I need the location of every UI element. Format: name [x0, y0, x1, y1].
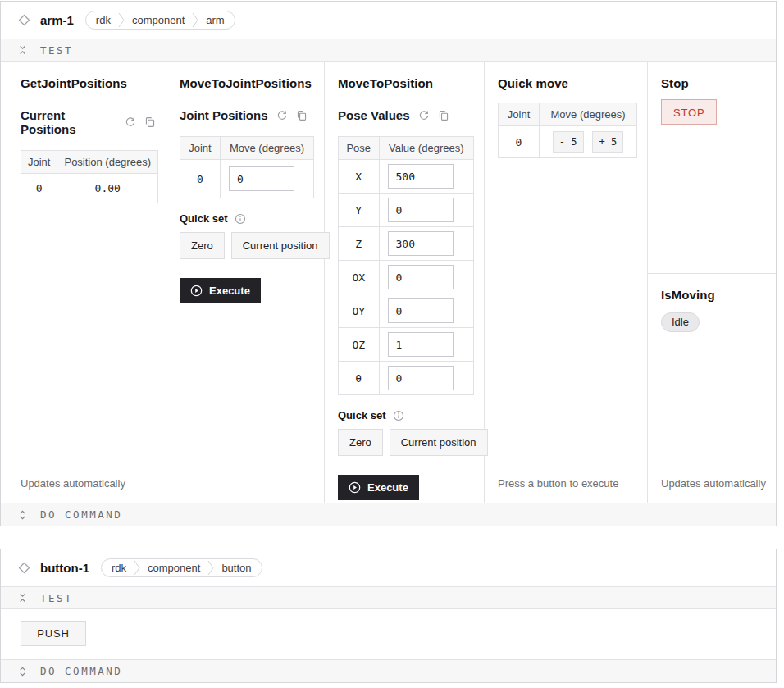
- panel-footer-note: Press a button to execute: [498, 477, 637, 490]
- pose-label: X: [339, 160, 380, 194]
- zero-button[interactable]: Zero: [180, 232, 225, 259]
- test-section-toggle[interactable]: TEST: [1, 586, 776, 609]
- move-minus-5-button[interactable]: - 5: [553, 131, 584, 153]
- pose-x-input[interactable]: [388, 164, 454, 189]
- breadcrumb-item: arm: [206, 14, 224, 26]
- status-badge: Idle: [661, 312, 700, 332]
- breadcrumb-item: rdk: [96, 14, 111, 26]
- panel-title: GetJointPositions: [21, 76, 156, 90]
- do-command-section-toggle[interactable]: DO COMMAND: [1, 659, 776, 682]
- do-command-section-label: DO COMMAND: [40, 508, 122, 521]
- quick-move-table: Joint Move (degrees) 0 - 5 + 5: [498, 103, 637, 158]
- test-section-toggle[interactable]: TEST: [1, 39, 776, 62]
- panel-title: IsMoving: [661, 288, 766, 302]
- breadcrumb-item: component: [148, 562, 200, 574]
- pose-ox-input[interactable]: [388, 265, 454, 289]
- refresh-icon[interactable]: [125, 116, 136, 128]
- quick-set-label: Quick set: [180, 212, 228, 225]
- panel-footer-note: Updates automatically: [21, 477, 156, 490]
- table-row: 0 - 5 + 5: [499, 126, 637, 158]
- panel-move-to-position: MoveToPosition Pose Values Pose Value (d…: [325, 62, 485, 503]
- pose-values-table: Pose Value (degrees) X Y Z OX OY: [338, 136, 474, 395]
- table-row: OY: [339, 294, 474, 328]
- joint-index: 0: [21, 174, 57, 203]
- table-header-joint: Joint: [180, 137, 221, 160]
- refresh-icon[interactable]: [276, 110, 288, 121]
- chevron-right-icon: [118, 11, 125, 29]
- pose-label: OY: [339, 294, 380, 328]
- move-plus-5-button[interactable]: + 5: [592, 131, 623, 153]
- play-circle-icon: [190, 285, 203, 297]
- table-header-pose: Pose: [339, 137, 380, 160]
- panel-stop-ismoving: Stop STOP IsMoving Idle Updates automati…: [648, 62, 776, 503]
- pose-label: Y: [339, 194, 380, 227]
- pose-theta-input[interactable]: [388, 366, 454, 390]
- joint-move-input[interactable]: [229, 166, 294, 191]
- test-section-label: TEST: [40, 592, 73, 604]
- info-icon: [235, 213, 246, 225]
- execute-button[interactable]: Execute: [338, 475, 419, 500]
- table-row: X: [339, 160, 474, 194]
- expand-vertical-icon: [17, 509, 28, 521]
- current-position-button[interactable]: Current position: [231, 232, 330, 259]
- panel-title: Stop: [661, 76, 766, 90]
- pose-label: Z: [339, 227, 380, 261]
- current-position-button[interactable]: Current position: [390, 429, 488, 456]
- page: arm-1 rdk component arm TEST GetJointPos…: [0, 0, 784, 688]
- panel-title: MoveToPosition: [338, 76, 474, 90]
- table-header-move: Move (degrees): [220, 137, 313, 160]
- panel-title: MoveToJointPositions: [180, 76, 314, 90]
- breadcrumb: rdk component arm: [85, 11, 235, 30]
- pose-oz-input[interactable]: [388, 332, 454, 357]
- subsection-title: Pose Values: [338, 108, 410, 122]
- button-component-card: button-1 rdk component button TEST PUSH …: [0, 549, 777, 683]
- execute-button[interactable]: Execute: [180, 278, 261, 303]
- table-header-move: Move (degrees): [540, 103, 637, 126]
- table-row: θ: [339, 362, 474, 395]
- chevron-right-icon: [207, 559, 214, 576]
- do-command-section-label: DO COMMAND: [40, 665, 122, 677]
- panel-get-joint-positions: GetJointPositions Current Positions Join…: [1, 62, 166, 503]
- current-positions-table: Joint Position (degrees) 0 0.00: [21, 150, 158, 203]
- zero-button[interactable]: Zero: [338, 429, 383, 456]
- play-circle-icon: [349, 481, 361, 494]
- component-diamond-icon: [17, 14, 30, 27]
- pose-label: OX: [339, 261, 380, 294]
- collapse-vertical-icon: [17, 44, 28, 56]
- component-diamond-icon: [17, 562, 30, 575]
- refresh-icon[interactable]: [418, 110, 430, 121]
- joint-position-value: 0.00: [57, 174, 158, 203]
- execute-button-label: Execute: [367, 481, 408, 494]
- test-section-label: TEST: [40, 44, 73, 57]
- table-row: OZ: [339, 328, 474, 362]
- pose-oy-input[interactable]: [388, 298, 454, 323]
- table-row: 0: [180, 160, 314, 198]
- push-button[interactable]: PUSH: [21, 621, 86, 646]
- pose-label: OZ: [339, 328, 380, 362]
- do-command-section-toggle[interactable]: DO COMMAND: [1, 503, 776, 526]
- is-moving-section: IsMoving Idle Updates automatically: [648, 273, 776, 503]
- panel-move-to-joint-positions: MoveToJointPositions Joint Positions Joi…: [166, 62, 325, 503]
- breadcrumb-item: button: [221, 562, 251, 574]
- table-header-joint: Joint: [499, 103, 540, 126]
- copy-icon[interactable]: [438, 110, 449, 121]
- joint-index: 0: [499, 126, 540, 158]
- info-icon: [393, 410, 404, 421]
- quick-set-label: Quick set: [338, 409, 386, 421]
- chevron-right-icon: [192, 11, 198, 29]
- table-row: OX: [339, 261, 474, 294]
- arm-card-header: arm-1 rdk component arm: [1, 2, 776, 39]
- component-name: arm-1: [40, 13, 74, 27]
- arm-component-card: arm-1 rdk component arm TEST GetJointPos…: [0, 1, 777, 526]
- joint-index: 0: [180, 160, 221, 198]
- table-header-position: Position (degrees): [57, 151, 158, 174]
- copy-icon[interactable]: [296, 110, 308, 121]
- pose-z-input[interactable]: [388, 231, 454, 256]
- stop-button[interactable]: STOP: [661, 99, 717, 125]
- copy-icon[interactable]: [144, 116, 156, 128]
- breadcrumb: rdk component button: [101, 558, 262, 577]
- pose-y-input[interactable]: [388, 198, 454, 222]
- collapse-vertical-icon: [17, 592, 28, 604]
- subsection-title: Current Positions: [21, 108, 116, 136]
- table-row: 0 0.00: [21, 174, 158, 203]
